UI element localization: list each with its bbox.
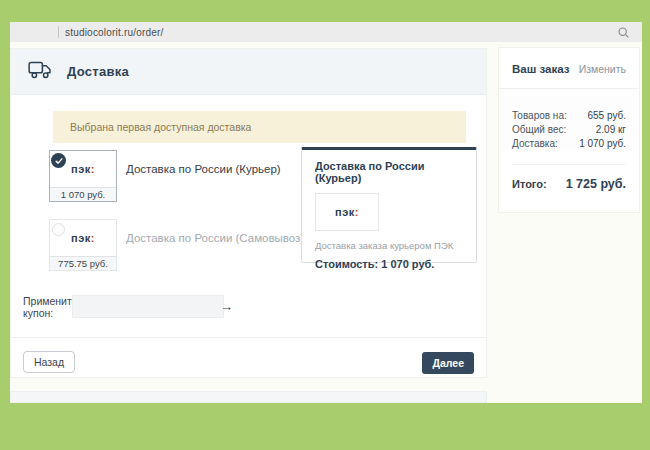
search-icon[interactable]: [617, 26, 630, 39]
selected-check-icon[interactable]: [51, 153, 66, 168]
delivery-section: Доставка Выбрана первая доступная достав…: [10, 48, 487, 378]
back-button[interactable]: Назад: [23, 351, 75, 373]
total-price: 1 725 руб.: [566, 177, 626, 191]
detail-cost: Стоимость: 1 070 руб.: [315, 258, 463, 270]
coupon-submit-button[interactable]: →: [220, 299, 242, 314]
section-title: Доставка: [67, 64, 129, 79]
delivery-option-courier-label[interactable]: Доставка по России (Курьер): [126, 163, 281, 175]
delivery-notice: Выбрана первая доступная доставка: [53, 111, 466, 143]
summary-row-weight: Общий вес: 2.09 кг: [512, 123, 626, 137]
truck-icon: [28, 61, 53, 83]
selected-delivery-detail: Доставка по России (Курьер) пэк: Доставк…: [301, 147, 477, 263]
radio-unselected-icon[interactable]: [52, 223, 65, 236]
delivery-option-pickup-label[interactable]: Доставка по России (Самовывоз): [126, 232, 304, 244]
next-button[interactable]: Далее: [422, 352, 474, 374]
pek-logo: пэк:: [315, 193, 379, 231]
browser-address-bar[interactable]: studiocolorit.ru/order/: [10, 22, 642, 42]
option-price: 775.75 руб.: [50, 256, 116, 270]
delivery-section-header: Доставка: [11, 49, 486, 95]
option-price: 1 070 руб.: [50, 187, 116, 201]
address-bar-separator: [58, 26, 59, 38]
delivery-option-courier[interactable]: пэк: 1 070 руб.: [49, 150, 117, 202]
coupon-field-wrap: →: [72, 295, 224, 318]
order-summary-title: Ваш заказ: [512, 63, 569, 75]
summary-row-delivery: Доставка: 1 070 руб.: [512, 137, 626, 151]
address-url: studiocolorit.ru/order/: [65, 27, 164, 38]
coupon-input[interactable]: [73, 301, 220, 313]
detail-title: Доставка по России (Курьер): [315, 160, 463, 184]
detail-description: Доставка заказа курьером ПЭК: [315, 240, 463, 251]
next-section-header[interactable]: [10, 391, 487, 403]
divider: [11, 337, 486, 338]
order-summary-card: Ваш заказ Изменить Товаров на: 655 руб. …: [498, 47, 640, 213]
summary-total-row: Итого: 1 725 руб.: [499, 165, 639, 191]
coupon-label: Применить купон:: [23, 295, 75, 319]
delivery-option-pickup[interactable]: пэк: 775.75 руб.: [49, 219, 117, 271]
page-background: Доставка Выбрана первая доступная достав…: [10, 42, 642, 403]
summary-row-items: Товаров на: 655 руб.: [512, 109, 626, 123]
edit-order-link[interactable]: Изменить: [579, 63, 626, 75]
